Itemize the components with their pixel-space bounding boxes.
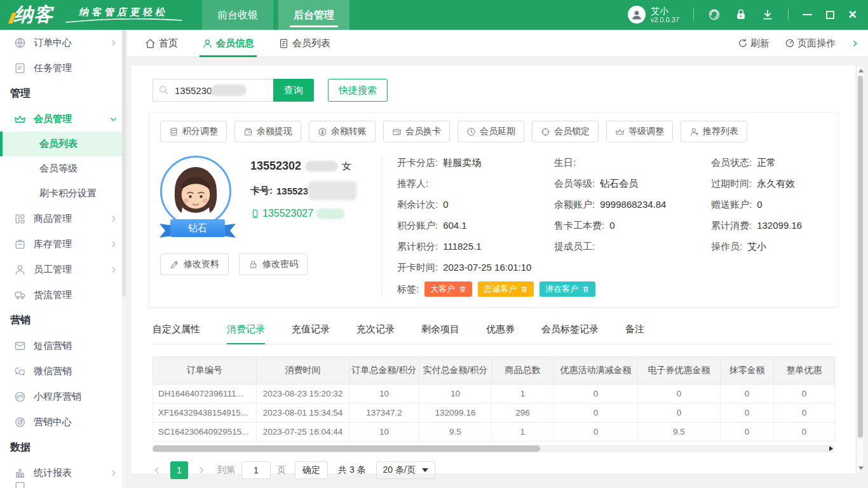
- quick-search-button[interactable]: 快捷搜索: [328, 79, 388, 102]
- trash-icon[interactable]: [582, 285, 590, 293]
- chevron-right-icon: [109, 39, 118, 47]
- brand: 纳客 纳客管店更轻松: [0, 2, 184, 28]
- home-icon: [145, 38, 156, 49]
- sidebar-item-sms[interactable]: 短信营销: [0, 333, 126, 358]
- balance-withdraw-button[interactable]: 余额提现: [234, 121, 301, 142]
- sidebar-scrollbar[interactable]: [122, 30, 126, 488]
- hscroll-thumb[interactable]: [153, 445, 540, 452]
- clock-icon: [466, 127, 476, 137]
- sidebar-item-inventory[interactable]: 库存管理: [0, 231, 126, 257]
- vscroll-thumb[interactable]: [858, 76, 863, 438]
- rtab-coupons[interactable]: 优惠券: [486, 323, 515, 344]
- goto-label: 到第: [217, 464, 235, 476]
- trash-icon[interactable]: [459, 285, 466, 293]
- referral-list-button[interactable]: 推荐列表: [681, 121, 747, 142]
- query-button[interactable]: 查询: [273, 79, 314, 102]
- member-panel: 积分调整 余额提现 余额转账 会员换卡 会员延期: [148, 112, 839, 308]
- goods-icon: [14, 213, 26, 225]
- person-icon: [689, 127, 699, 137]
- detail-value: 永久有效: [757, 177, 795, 190]
- scroll-down-arrow-icon[interactable]: [858, 466, 864, 470]
- balance-transfer-button[interactable]: 余额转账: [309, 121, 376, 142]
- member-avatar: 钻石: [160, 156, 235, 240]
- edit-profile-button[interactable]: 修改资料: [160, 254, 229, 275]
- sidebar-item-logistics[interactable]: 货流管理: [0, 282, 126, 308]
- vertical-scrollbar[interactable]: [857, 65, 864, 473]
- rtab-tag-records[interactable]: 会员标签记录: [541, 323, 599, 344]
- consume-table: 订单编号 消费时间 订单总金额/积分 实付总金额/积分 商品总数 优惠活动满减金…: [153, 356, 835, 442]
- minimize-icon[interactable]: [803, 14, 812, 15]
- sidebar-item-miniprogram[interactable]: 小程序营销: [0, 384, 126, 409]
- scroll-right-arrow-icon[interactable]: [829, 446, 833, 451]
- table-row[interactable]: SC164230640929515...2023-07-25 16:04:441…: [153, 423, 835, 442]
- detail-value: 604.1: [443, 219, 467, 232]
- next-page-icon[interactable]: [197, 466, 206, 475]
- sidebar-item-member-list[interactable]: 会员列表: [0, 132, 126, 156]
- grade-badge: 钻石: [170, 219, 225, 237]
- sidebar-item-member-level[interactable]: 会员等级: [0, 156, 126, 181]
- tab-home[interactable]: 首页: [145, 30, 178, 57]
- goto-page-input[interactable]: [241, 461, 271, 479]
- page-size-select[interactable]: 20 条/页: [376, 461, 435, 479]
- sidebar-item-marketing-center[interactable]: 营销中心: [0, 409, 126, 435]
- page-operations-button[interactable]: 页面操作: [785, 37, 836, 50]
- member-profile: 钻石 13552302 女 卡号: 135523: [160, 156, 827, 297]
- detail-value: 0: [609, 219, 614, 232]
- slogan: 纳客管店更轻松: [64, 6, 184, 24]
- rtab-consume-records[interactable]: 消费记录: [227, 323, 265, 344]
- edit-password-button[interactable]: 修改密码: [239, 254, 308, 275]
- tab-front-pos[interactable]: 前台收银: [202, 0, 273, 30]
- refresh-button[interactable]: 刷新: [738, 37, 770, 50]
- tab-back-admin[interactable]: 后台管理: [278, 0, 349, 30]
- staff-icon: [14, 264, 26, 276]
- customer-service-icon[interactable]: [708, 8, 721, 21]
- member-lock-button[interactable]: 会员锁定: [532, 121, 599, 142]
- globe-icon: [14, 37, 26, 49]
- prev-page-icon[interactable]: [153, 466, 161, 475]
- horizontal-scrollbar[interactable]: [153, 445, 834, 452]
- close-icon[interactable]: ×: [848, 8, 857, 22]
- member-extend-button[interactable]: 会员延期: [458, 121, 524, 142]
- member-details: 开卡分店:鞋服卖场 推荐人: 剩余计次:0 积分账户:604.1 累计积分:11…: [381, 156, 827, 297]
- main-area: 首页 会员信息 会员列表 刷新 页面操作: [127, 30, 868, 488]
- tabbar-actions: 刷新 页面操作: [738, 37, 859, 50]
- sidebar-item-goods[interactable]: 商品管理: [0, 206, 126, 231]
- download-icon[interactable]: [761, 8, 774, 21]
- sidebar-item-staff[interactable]: 员工管理: [0, 257, 126, 282]
- current-page[interactable]: 1: [170, 461, 188, 479]
- sidebar-item-wechat[interactable]: 微信营销: [0, 358, 126, 384]
- sidebar-item-task[interactable]: 任务管理: [0, 55, 126, 81]
- lock-icon: [248, 260, 258, 269]
- detail-value: 9999868234.84: [600, 198, 666, 211]
- rtab-times-records[interactable]: 充次记录: [356, 323, 395, 344]
- tags-row: 标签: 大客户 忠诚客户 潜在客户: [397, 281, 827, 297]
- total-count: 共 3 条: [338, 464, 366, 476]
- tab-member-info[interactable]: 会员信息: [202, 30, 254, 57]
- sidebar-item-order-center[interactable]: 订单中心: [0, 30, 126, 55]
- page-unit: 页: [277, 464, 286, 476]
- trash-icon[interactable]: [520, 285, 528, 293]
- rtab-notes[interactable]: 备注: [625, 323, 644, 344]
- detail-value: 0: [757, 198, 762, 211]
- table-row[interactable]: XF164329438154915...2023-08-01 15:34:541…: [153, 403, 835, 423]
- scroll-up-arrow-icon[interactable]: [858, 69, 864, 72]
- tab-member-list[interactable]: 会员列表: [278, 30, 330, 57]
- rtab-custom-attrs[interactable]: 自定义属性: [153, 323, 200, 344]
- maximize-icon[interactable]: [826, 11, 834, 19]
- sidebar-item-card-points[interactable]: 刷卡积分设置: [0, 181, 126, 206]
- chevron-right-icon[interactable]: [851, 39, 859, 48]
- confirm-button[interactable]: 确定: [295, 461, 328, 479]
- task-icon: [14, 62, 26, 74]
- lock-icon[interactable]: [735, 8, 747, 21]
- user-info[interactable]: 艾小 v2.0.0.37: [628, 6, 679, 24]
- points-adjust-button[interactable]: 积分调整: [160, 121, 227, 142]
- rtab-remaining-items[interactable]: 剩余项目: [421, 323, 459, 344]
- rtab-recharge-records[interactable]: 充值记录: [292, 323, 330, 344]
- tag-potential-customer: 潜在客户: [539, 281, 595, 297]
- level-adjust-button[interactable]: 等级调整: [606, 121, 673, 142]
- refresh-icon: [738, 38, 748, 48]
- sidebar-item-member-manage[interactable]: 会员管理: [0, 106, 126, 132]
- card-replace-button[interactable]: 会员换卡: [383, 121, 450, 142]
- table-row[interactable]: DH16464072396111...2023-08-23 15:20:3210…: [153, 384, 835, 403]
- chart-icon: [14, 467, 26, 479]
